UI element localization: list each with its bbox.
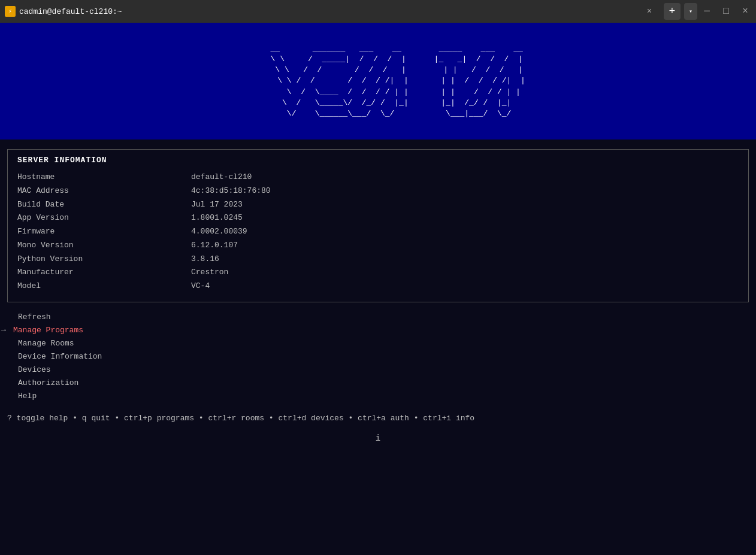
server-info-box: SERVER INFOMATION Hostnamedefault-cl210M…	[7, 149, 749, 302]
info-label: Model	[17, 280, 191, 293]
menu-item-label: Manage Rooms	[18, 337, 74, 350]
info-label: Python Version	[17, 253, 191, 266]
info-value: default-cl210	[191, 171, 252, 184]
content: SERVER INFOMATION Hostnamedefault-cl210M…	[0, 139, 756, 555]
window-close-button[interactable]: ×	[739, 5, 751, 17]
menu-item-label: Device Information	[18, 350, 102, 363]
info-label: Build Date	[17, 198, 191, 212]
tab-label: cadmin@default-cl210:~	[19, 7, 640, 16]
info-value: 6.12.0.107	[191, 239, 238, 253]
menu-item-label: Devices	[18, 363, 51, 377]
banner: __ _______ ___ __ _____ ___ __ \ \ / ___…	[0, 23, 756, 139]
ascii-art: __ _______ ___ __ _____ ___ __ \ \ / ___…	[231, 43, 525, 119]
menu-item-refresh[interactable]: Refresh	[8, 311, 748, 324]
dropdown-button[interactable]: ▾	[684, 3, 697, 20]
info-row: Python Version3.8.16	[17, 253, 739, 266]
info-value: Jul 17 2023	[191, 198, 243, 212]
help-bar: ? toggle help • q quit • ctrl+p programs…	[7, 414, 749, 423]
info-label: Mono Version	[17, 239, 191, 253]
info-row: Mono Version6.12.0.107	[17, 239, 739, 253]
minimize-button[interactable]: ─	[701, 5, 713, 17]
info-value: 4.0002.00039	[191, 225, 247, 239]
server-info-rows: Hostnamedefault-cl210MAC Address4c:38:d5…	[17, 171, 739, 293]
info-row: Hostnamedefault-cl210	[17, 171, 739, 184]
menu-item-manage-programs[interactable]: →Manage Programs	[8, 324, 748, 337]
info-value: Crestron	[191, 266, 228, 280]
menu-item-label: Authorization	[18, 377, 78, 390]
menu-item-devices[interactable]: Devices	[8, 363, 748, 377]
menu-item-label: Refresh	[18, 311, 51, 324]
menu-item-authorization[interactable]: Authorization	[8, 377, 748, 390]
titlebar: ⚡ cadmin@default-cl210:~ × + ▾ ─ □ ×	[0, 0, 756, 23]
info-label: Hostname	[17, 171, 191, 184]
info-label: Firmware	[17, 225, 191, 239]
tab-close-button[interactable]: ×	[643, 5, 655, 17]
terminal: __ _______ ___ __ _____ ___ __ \ \ / ___…	[0, 23, 756, 555]
menu-item-label: Manage Programs	[13, 324, 83, 337]
info-row: ModelVC-4	[17, 280, 739, 293]
cursor: i	[7, 433, 749, 443]
menu-item-manage-rooms[interactable]: Manage Rooms	[8, 337, 748, 350]
server-info-title: SERVER INFOMATION	[17, 156, 739, 165]
menu-item-label: Help	[18, 390, 37, 403]
info-label: App Version	[17, 211, 191, 225]
menu-item-device-information[interactable]: Device Information	[8, 350, 748, 363]
info-label: MAC Address	[17, 184, 191, 198]
maximize-button[interactable]: □	[720, 5, 732, 17]
info-value: 4c:38:d5:18:76:80	[191, 184, 271, 198]
info-row: App Version1.8001.0245	[17, 211, 739, 225]
info-label: Manufacturer	[17, 266, 191, 280]
info-value: 3.8.16	[191, 253, 219, 266]
info-row: Build DateJul 17 2023	[17, 198, 739, 212]
info-value: 1.8001.0245	[191, 211, 243, 225]
menu-item-help[interactable]: Help	[8, 390, 748, 403]
info-row: Firmware4.0002.00039	[17, 225, 739, 239]
tab-icon: ⚡	[5, 6, 16, 17]
window-controls: ─ □ ×	[701, 5, 751, 17]
menu: Refresh→Manage ProgramsManage RoomsDevic…	[7, 311, 749, 404]
menu-arrow-icon: →	[1, 324, 10, 337]
new-tab-button[interactable]: +	[664, 3, 681, 20]
info-value: VC-4	[191, 280, 210, 293]
info-row: ManufacturerCrestron	[17, 266, 739, 280]
info-row: MAC Address4c:38:d5:18:76:80	[17, 184, 739, 198]
